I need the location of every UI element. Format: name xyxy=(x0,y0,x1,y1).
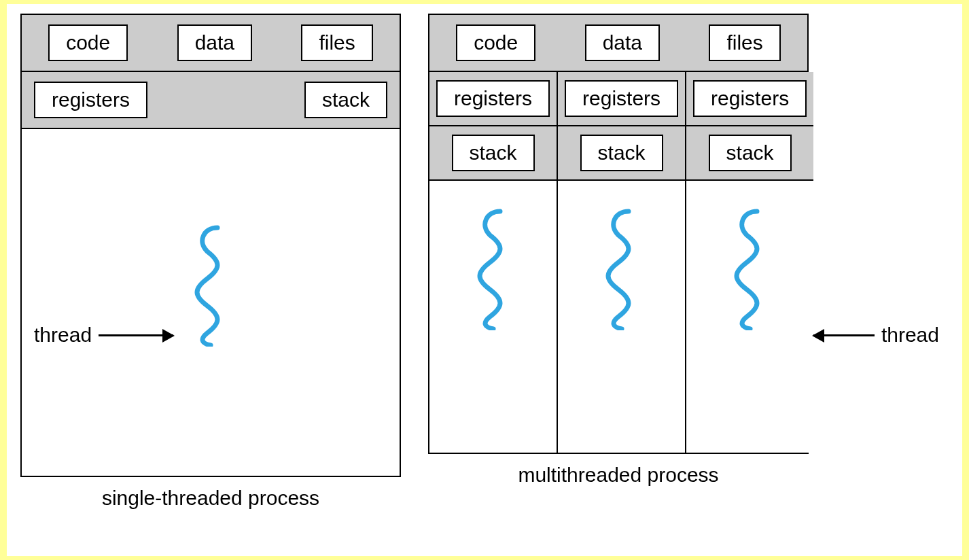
code-box: code xyxy=(456,24,535,61)
thread-col-2: registers stack xyxy=(686,72,813,453)
registers-box: registers xyxy=(436,80,550,117)
multi-thread-columns: registers stack xyxy=(429,72,807,453)
thread0-gray: registers stack xyxy=(429,72,557,181)
thread1-reg-cell: registers xyxy=(558,72,685,126)
thread2-area xyxy=(686,181,813,453)
multi-shared-row: code data files xyxy=(429,15,807,72)
stack-box: stack xyxy=(580,135,663,171)
multithreaded-process: code data files registers stack xyxy=(428,14,809,454)
single-threaded-column: code data files registers stack single- xyxy=(20,14,401,510)
stack-box: stack xyxy=(304,82,387,118)
thread1-area xyxy=(558,181,685,453)
stack-box: stack xyxy=(709,135,792,171)
thread-col-1: registers stack xyxy=(558,72,686,453)
data-box: data xyxy=(585,24,660,61)
thread-squiggle-icon xyxy=(473,208,514,330)
thread2-reg-cell: registers xyxy=(686,72,813,126)
single-reg-stack-row: registers stack xyxy=(22,72,400,129)
diagram-row: code data files registers stack single- xyxy=(20,14,949,510)
arrow-right-icon xyxy=(99,334,173,336)
files-box: files xyxy=(709,24,780,61)
registers-box: registers xyxy=(565,80,678,117)
multi-caption: multithreaded process xyxy=(518,463,718,487)
single-thread-area xyxy=(22,129,400,476)
single-caption: single-threaded process xyxy=(102,487,319,510)
files-box: files xyxy=(301,24,372,61)
thread-label-text: thread xyxy=(881,323,939,347)
multi-thread-label: thread xyxy=(813,323,939,347)
single-thread-label: thread xyxy=(34,323,173,347)
arrow-left-icon xyxy=(813,334,875,336)
multithreaded-column: code data files registers stack xyxy=(428,14,809,487)
thread0-stack-cell: stack xyxy=(429,126,557,179)
data-box: data xyxy=(177,24,252,61)
thread1-gray: registers stack xyxy=(558,72,685,181)
stack-box: stack xyxy=(452,135,535,171)
thread-label-text: thread xyxy=(34,323,92,347)
thread0-area xyxy=(429,181,557,453)
thread-squiggle-icon xyxy=(190,224,231,347)
thread0-reg-cell: registers xyxy=(429,72,557,126)
code-box: code xyxy=(48,24,128,61)
registers-box: registers xyxy=(34,82,147,118)
diagram-page: code data files registers stack single- xyxy=(7,4,962,556)
single-threaded-process: code data files registers stack xyxy=(20,14,401,477)
thread2-stack-cell: stack xyxy=(686,126,813,179)
thread2-gray: registers stack xyxy=(686,72,813,181)
registers-box: registers xyxy=(693,80,807,117)
thread-squiggle-icon xyxy=(601,208,642,330)
thread-col-0: registers stack xyxy=(429,72,558,453)
thread-squiggle-icon xyxy=(730,208,771,330)
thread1-stack-cell: stack xyxy=(558,126,685,179)
single-shared-row: code data files xyxy=(22,15,400,72)
